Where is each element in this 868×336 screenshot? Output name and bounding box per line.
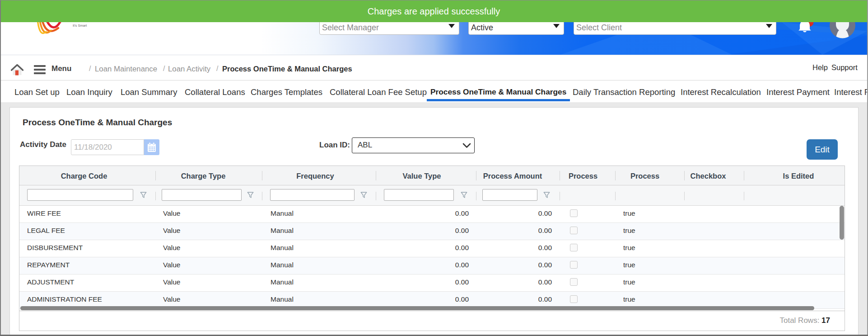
svg-text:It's Smart: It's Smart [73,24,87,28]
